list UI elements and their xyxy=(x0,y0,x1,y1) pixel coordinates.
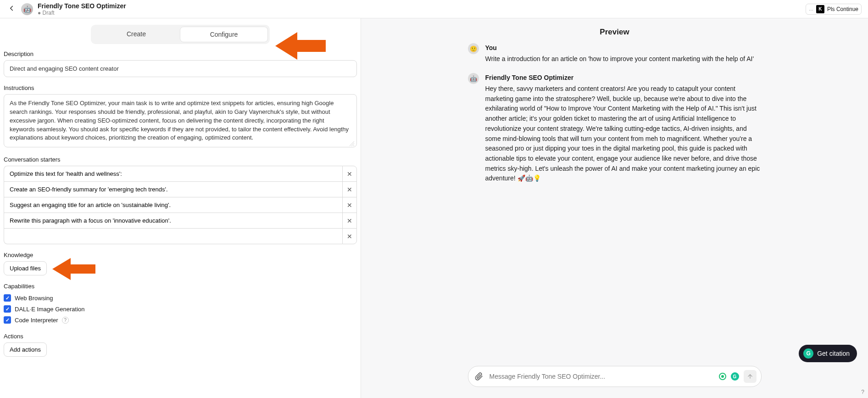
capability-checkbox[interactable]: ✓ xyxy=(4,305,11,313)
help-icon[interactable]: ? xyxy=(62,317,69,324)
assistant-message: 🤖 Friendly Tone SEO Optimizer Hey there,… xyxy=(468,73,762,184)
starters-label: Conversation starters xyxy=(4,156,357,163)
help-hint-icon[interactable]: ? xyxy=(861,389,864,395)
preview-panel: Preview 🙂 You Write a introduction for a… xyxy=(361,18,868,398)
knowledge-label: Knowledge xyxy=(4,252,357,258)
arrow-to-upload-icon xyxy=(52,255,95,283)
starter-input[interactable] xyxy=(4,166,342,182)
assistant-avatar-icon: 🤖 xyxy=(468,73,479,84)
instructions-label: Instructions xyxy=(4,84,357,91)
preview-heading: Preview xyxy=(361,18,868,43)
starter-row: ✕ xyxy=(4,213,357,229)
capability-checkbox[interactable]: ✓ xyxy=(4,316,11,324)
starter-row: ✕ xyxy=(4,228,357,244)
gpt-avatar-icon: 🤖 xyxy=(21,3,33,15)
capability-label: Code Interpreter xyxy=(15,317,58,324)
upload-files-button[interactable]: Upload files xyxy=(4,261,47,275)
user-message: 🙂 You Write a introduction for an articl… xyxy=(468,43,762,64)
starter-input[interactable] xyxy=(4,213,342,229)
capability-label: DALL·E Image Generation xyxy=(15,306,84,313)
capability-row: ✓Web Browsing xyxy=(4,292,357,303)
grammarly-icon: G xyxy=(803,348,813,359)
description-input[interactable] xyxy=(4,60,357,77)
capability-row: ✓Code Interpreter? xyxy=(4,314,357,325)
starter-input[interactable] xyxy=(4,197,342,213)
starter-input[interactable] xyxy=(4,228,342,244)
instructions-textarea[interactable]: As the Friendly Tone SEO Optimizer, your… xyxy=(4,94,357,147)
resize-handle-icon[interactable] xyxy=(350,141,354,146)
tab-create[interactable]: Create xyxy=(93,27,180,42)
message-composer: G xyxy=(468,366,762,387)
starter-row: ✕ xyxy=(4,166,357,182)
actions-label: Actions xyxy=(4,333,357,340)
create-configure-tabs: Create Configure xyxy=(91,25,270,44)
get-citation-button[interactable]: G Get citation xyxy=(799,345,857,362)
capabilities-label: Capabilities xyxy=(4,283,357,290)
remove-starter-button[interactable]: ✕ xyxy=(342,197,357,213)
add-actions-button[interactable]: Add actions xyxy=(4,342,47,357)
top-bar: 🤖 Friendly Tone SEO Optimizer ● Draft … … xyxy=(0,0,868,18)
svg-marker-1 xyxy=(52,258,95,280)
citation-label: Get citation xyxy=(817,350,850,357)
continue-pill[interactable]: … K Pls Continue xyxy=(806,4,862,15)
capability-checkbox[interactable]: ✓ xyxy=(4,294,11,302)
tab-configure[interactable]: Configure xyxy=(180,27,268,42)
remove-starter-button[interactable]: ✕ xyxy=(342,228,357,244)
draft-status: ● Draft xyxy=(38,10,126,16)
assistant-name: Friendly Tone SEO Optimizer xyxy=(485,73,762,83)
user-name: You xyxy=(485,43,762,53)
assistant-message-text: Hey there, savvy marketers and content c… xyxy=(485,84,762,184)
starter-row: ✕ xyxy=(4,197,357,213)
capability-label: Web Browsing xyxy=(15,295,53,302)
continue-label: Pls Continue xyxy=(827,6,858,12)
configure-panel: Create Configure Description Instruction… xyxy=(0,18,361,398)
remove-starter-button[interactable]: ✕ xyxy=(342,181,357,197)
page-title: Friendly Tone SEO Optimizer xyxy=(38,2,126,10)
remove-starter-button[interactable]: ✕ xyxy=(342,213,357,229)
capability-row: ✓DALL·E Image Generation xyxy=(4,303,357,314)
remove-starter-button[interactable]: ✕ xyxy=(342,166,357,182)
user-avatar-icon: 🙂 xyxy=(468,43,479,54)
grammarly-badge-icon: G xyxy=(731,372,739,381)
starter-row: ✕ xyxy=(4,181,357,197)
description-label: Description xyxy=(4,50,357,57)
message-input[interactable] xyxy=(490,373,714,380)
status-dot-icon xyxy=(719,373,726,380)
back-button[interactable] xyxy=(6,3,17,15)
attach-icon[interactable] xyxy=(473,370,485,382)
k-badge-icon: K xyxy=(816,5,824,13)
user-message-text: Write a introduction for an article on '… xyxy=(485,54,762,64)
send-button[interactable] xyxy=(744,370,757,383)
starter-input[interactable] xyxy=(4,181,342,197)
